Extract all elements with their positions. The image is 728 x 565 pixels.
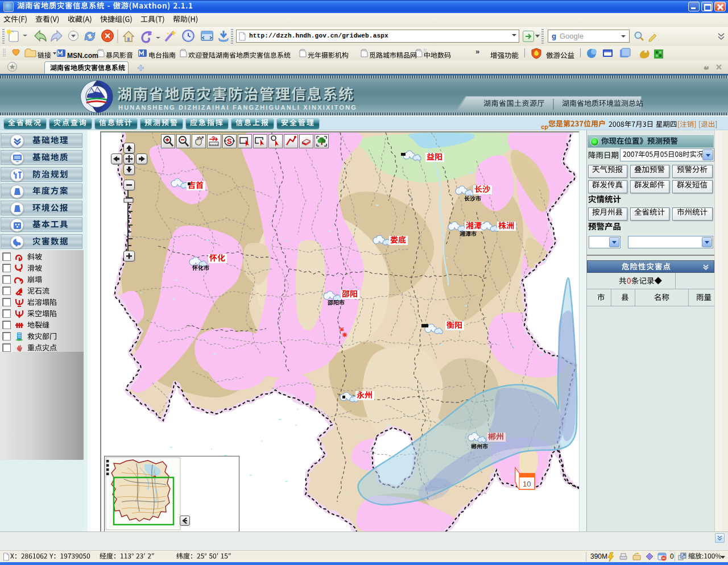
svg-text:?: ?: [212, 136, 215, 142]
svg-text:10: 10: [523, 480, 531, 488]
svg-text:S: S: [227, 137, 232, 146]
